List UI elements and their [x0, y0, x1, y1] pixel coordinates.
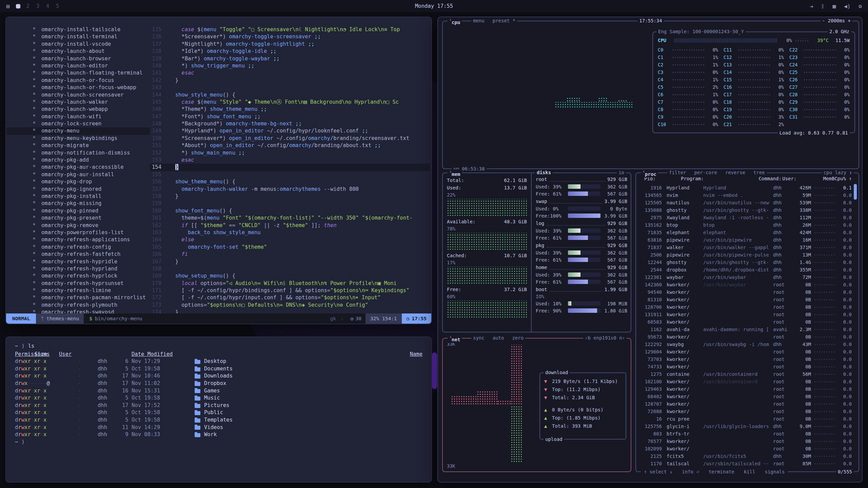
workspace-button[interactable]: 2 — [26, 3, 29, 9]
process-row[interactable]: 68583 kworker/ root 0B 0.0 — [639, 318, 852, 326]
process-row[interactable]: 129004 kworker/ root 0B 0.0 — [639, 348, 852, 355]
process-row[interactable]: 128707 kworker/ root 0B 0.0 — [639, 400, 852, 408]
file-list-item[interactable]: *omarchy-lock-screen — [6, 120, 150, 127]
process-row[interactable]: 125756 glycin-i /usr/lib/glycin-loaders … — [639, 423, 852, 430]
file-list-item[interactable]: *omarchy-launch-or-focus — [6, 77, 150, 84]
process-row[interactable]: 102099 kworker/ root 0B 0.0 — [639, 445, 852, 452]
file-list-item[interactable]: *omarchy-refresh-hyprlock — [6, 272, 150, 280]
process-row[interactable]: 1275 containe /usr/bin/containerd root 5… — [639, 370, 852, 378]
bluetooth-icon[interactable]: ᛒ — [821, 3, 825, 9]
code-pane[interactable]: 135 case $(menu "Toggle" "▢ Screensaver\… — [150, 26, 430, 313]
proc-option-button[interactable]: tree — [753, 169, 765, 176]
keyboard-icon[interactable]: ▦ — [832, 3, 836, 9]
prompt-line-2[interactable]: ~⟩ — [15, 439, 422, 446]
process-row[interactable]: 1170 tailscal /usr/sbin/tailscaled -- ro… — [639, 460, 852, 467]
file-list-item[interactable]: *omarchy-launch-floating-terminal — [6, 69, 150, 77]
proc-option-button[interactable]: reverse — [725, 169, 745, 176]
file-list-item[interactable]: *omarchy-pkg-aur-install — [6, 171, 150, 178]
settings-icon[interactable]: ⚙ — [859, 3, 862, 9]
file-list-item[interactable]: *omarchy-pkg-present — [6, 215, 150, 222]
file-list-item[interactable]: *omarchy-powerprofiles-list — [6, 229, 150, 236]
proc-column-header[interactable]: Program: — [681, 176, 758, 181]
file-list-item[interactable]: *omarchy-refresh-hypridle — [6, 258, 150, 265]
proc-option-button[interactable]: per-core — [694, 169, 717, 176]
info-button[interactable]: info ⏎ — [680, 469, 701, 475]
git-branch[interactable]: ᛘthemes-menu — [36, 313, 84, 324]
file-list-item[interactable]: *omarchy-refresh-config — [6, 244, 150, 251]
proc-column-header[interactable]: MemB — [796, 176, 834, 181]
process-row[interactable]: 135162 btop btop dhh 26M 0.0 — [639, 221, 852, 229]
process-row[interactable]: 63816 pipewire /usr/bin/pipewire dhh 16M… — [639, 236, 852, 244]
workspace-button[interactable]: 4 — [46, 3, 49, 9]
workspace-active-indicator[interactable] — [16, 4, 20, 8]
net-option-button[interactable]: sync — [473, 335, 485, 341]
file-list-item[interactable]: *omarchy-migrate — [6, 142, 150, 149]
file-list-item[interactable]: *omarchy-install-tailscale — [6, 26, 150, 33]
process-row[interactable]: 1162 avahi-da avahi-daemon: running [ av… — [639, 326, 852, 333]
screencast-icon[interactable]: ⇥ — [810, 3, 813, 9]
disks-title[interactable]: disks — [535, 169, 553, 176]
file-list-item[interactable]: *omarchy-launch-about — [6, 48, 150, 55]
file-list-item[interactable]: *omarchy-pkg-pinned — [6, 207, 150, 215]
file-list-item[interactable]: *omarchy-pkg-drop — [6, 178, 150, 185]
file-list-item[interactable]: *omarchy-pkg-remove — [6, 222, 150, 229]
process-row[interactable]: 74733 kworker/ root 0B 0.0 — [639, 363, 852, 370]
terminal-window[interactable]: ~⟩ls PermissionsSizeUserDate ModifiedNam… — [5, 337, 432, 483]
file-list-item[interactable]: *omarchy-pkg-aur-accessible — [6, 164, 150, 171]
net-option-button[interactable]: auto — [493, 335, 504, 341]
process-row[interactable]: 128706 kworker/ root 0B 0.0 — [639, 303, 852, 311]
process-row[interactable]: 803 btrfs-tr root 0B 0.0 — [639, 430, 852, 438]
process-row[interactable]: 142360 kworker/ /usr/bin/waybar root 0B … — [639, 281, 852, 288]
proc-column-header[interactable]: User: — [779, 176, 796, 181]
file-list-item[interactable]: *omarchy-refresh-hyprland — [6, 265, 150, 272]
proc-sort[interactable]: cpu lazy ↕ — [822, 169, 854, 176]
workspace-button[interactable]: 3 — [36, 3, 39, 9]
proc-scrollbar[interactable] — [854, 184, 857, 200]
proc-column-header[interactable]: Cpu% ↑ — [834, 176, 852, 181]
process-row[interactable]: 95673 kworker/ root 0B 0.0 — [639, 333, 852, 341]
update-interval[interactable]: - 2000ms + — [821, 18, 852, 24]
process-row[interactable]: 16 rcu_pree root 0B 0.0 — [639, 415, 852, 423]
file-list-item[interactable]: *omarchy-refresh-fastfetch — [6, 251, 150, 258]
file-list-item[interactable]: *omarchy-launch-editor — [6, 62, 150, 69]
cpu-option-button[interactable]: menu — [473, 18, 485, 24]
process-row[interactable]: 131911 kworker/ root 0B 0.0 — [639, 311, 852, 318]
process-row[interactable]: 81310 kworker/ root 0B 0.0 — [639, 296, 852, 303]
file-list-item[interactable]: *omarchy-refresh-applications — [6, 236, 150, 243]
signals-button[interactable]: signals — [763, 469, 786, 475]
process-row[interactable]: 12244 ghostty /usr/bin/ghostty --gtk- dh… — [639, 259, 852, 266]
process-row[interactable]: 72088 kworker/ root 0B 0.0 — [639, 408, 852, 415]
process-row[interactable]: 122292 swaybg /usr/bin/swaybg -i /hom dh… — [639, 341, 852, 348]
process-row[interactable]: 71837 walker /usr/bin/walker --gappl dhh… — [639, 244, 852, 251]
process-row[interactable]: 71835 elephant elephant dhh 424M 0.0 — [639, 229, 852, 236]
cpu-option-button[interactable]: preset * — [493, 18, 515, 24]
workspace-button[interactable]: 5 — [56, 3, 59, 9]
process-row[interactable]: 76577 kworker/ root 0B 0.0 — [639, 438, 852, 445]
terminate-button[interactable]: terminate — [707, 469, 736, 475]
process-row[interactable]: 2544 dropbox /home/dhh/.dropbox-dist dhh… — [639, 266, 852, 273]
process-row[interactable]: 125505 nautilus /usr/bin/nautilus --new … — [639, 199, 852, 206]
file-list-item[interactable]: *omarchy-menu — [6, 127, 150, 135]
file-list-item[interactable]: *omarchy-pkg-add — [6, 157, 150, 164]
process-row[interactable]: 73703 kworker/ root 0B 0.0 — [639, 355, 852, 363]
select-hint[interactable]: ↑ select ↓ — [643, 469, 674, 475]
file-list-item[interactable]: *omarchy-refresh-hyprsunset — [6, 280, 150, 287]
kill-button[interactable]: kill — [743, 469, 757, 475]
file-list-item[interactable]: *omarchy-pkg-ignored — [6, 186, 150, 193]
launcher-icon[interactable]: ⊞ — [6, 3, 10, 10]
net-option-button[interactable]: zero — [512, 335, 524, 341]
file-list-item[interactable]: *omarchy-refresh-plymouth — [6, 302, 150, 309]
file-list-item[interactable]: *omarchy-refresh-pacman-mirrorlist — [6, 294, 150, 301]
volume-icon[interactable]: ◀) — [844, 3, 850, 9]
process-row[interactable]: 135088 ghostty /usr/bin/ghostty --gtk- d… — [639, 206, 852, 214]
file-list-item[interactable]: *omarchy-install-vscode — [6, 41, 150, 48]
file-list-item[interactable]: *omarchy-launch-screensaver — [6, 92, 150, 99]
file-list-item[interactable]: *omarchy-menu-keybindings — [6, 135, 150, 142]
file-list-item[interactable]: *omarchy-launch-walker — [6, 99, 150, 106]
file-list-item[interactable]: *omarchy-pkg-install — [6, 193, 150, 200]
process-row[interactable]: 129463 kworker/ root 0B 0.0 — [639, 385, 852, 393]
file-list-item[interactable]: *omarchy-launch-or-focus-webapp — [6, 84, 150, 91]
process-row[interactable]: 68402 kworker/ root 0B 0.0 — [639, 393, 852, 400]
io-toggle[interactable]: io — [617, 169, 626, 176]
file-list-item[interactable]: *omarchy-launch-browser — [6, 55, 150, 62]
